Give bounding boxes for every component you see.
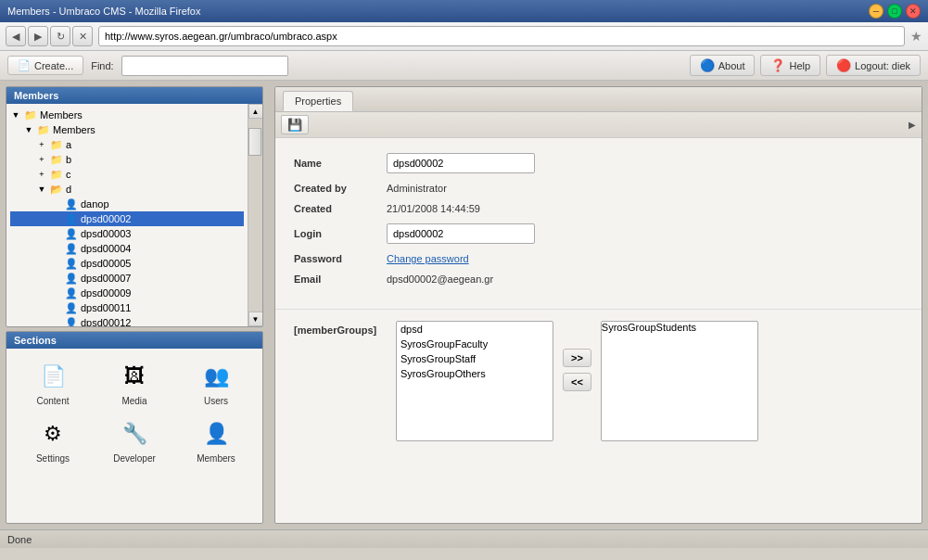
form-row-password: Password Change password	[294, 253, 903, 264]
status-bar: Done	[0, 529, 928, 548]
scroll-up-button[interactable]: ▲	[248, 104, 263, 119]
tree-container: ▼ 📁 Members ▼ 📁 Members + 📁 a	[6, 104, 262, 326]
groups-arrows: >> <<	[563, 321, 591, 391]
sections-box: Sections 📄 Content 🖼 Media 👥 Users ⚙ Set…	[6, 331, 263, 524]
tree-item[interactable]: 👤 dpsd00004	[10, 241, 244, 256]
tree-spacer	[51, 198, 62, 210]
tree-scroll[interactable]: ▼ 📁 Members ▼ 📁 Members + 📁 a	[6, 104, 248, 326]
forward-button[interactable]: ▶	[28, 26, 48, 46]
form-row-email: Email dpsd00002@aegean.gr	[294, 274, 903, 285]
member-icon: 👤	[64, 212, 79, 225]
list-item[interactable]: SyrosGroupStaff	[397, 351, 553, 366]
tree-toggle[interactable]: +	[36, 169, 47, 180]
logout-button[interactable]: 🔴 Logout: diek	[826, 55, 921, 76]
groups-list-right[interactable]: SyrosGroupStudents	[601, 321, 758, 441]
tree-item[interactable]: 👤 dpsd00011	[10, 300, 244, 315]
tree-item[interactable]: 👤 dpsd00003	[10, 226, 244, 241]
form-row-created-by: Created by Administrator	[294, 183, 903, 194]
users-icon: 👥	[199, 360, 233, 393]
member-icon: 👤	[64, 242, 79, 255]
back-button[interactable]: ◀	[6, 26, 26, 46]
create-button[interactable]: 📄 Create...	[7, 56, 83, 75]
tree-item-label: dpsd00005	[81, 258, 131, 269]
help-button[interactable]: ❓ Help	[760, 55, 820, 76]
window-controls: ─ □ ✕	[869, 4, 921, 19]
find-input[interactable]	[121, 56, 288, 76]
content-box: Properties 💾 ▶ Name Created by Ad	[274, 86, 922, 524]
list-item[interactable]: SyrosGroupStudents	[602, 322, 757, 334]
groups-list-left[interactable]: dpsd SyrosGroupFaculty SyrosGroupStaff S…	[396, 321, 553, 441]
maximize-button[interactable]: □	[887, 4, 902, 19]
section-media[interactable]: 🖼 Media	[95, 356, 173, 410]
tree-item[interactable]: + 📁 b	[10, 152, 244, 167]
member-icon: 👤	[64, 301, 79, 314]
browser-title: Members - Umbraco CMS - Mozilla Firefox	[7, 6, 200, 17]
tree-item[interactable]: 👤 danop	[10, 197, 244, 211]
list-item[interactable]: SyrosGroupOthers	[397, 366, 553, 381]
address-bar[interactable]	[98, 26, 905, 46]
tree-item[interactable]: ▼ 📁 Members	[10, 108, 244, 122]
tree-toggle[interactable]: ▼	[10, 109, 21, 121]
members-section-icon: 👤	[199, 417, 233, 451]
section-developer[interactable]: 🔧 Developer	[95, 414, 173, 467]
password-label: Password	[294, 253, 387, 264]
tree-item-selected[interactable]: 👤 dpsd00002	[10, 211, 244, 226]
tree-item[interactable]: 👤 dpsd00005	[10, 256, 244, 271]
tree-item[interactable]: + 📁 c	[10, 167, 244, 182]
tab-properties[interactable]: Properties	[283, 91, 353, 111]
browser-navbar: ◀ ▶ ↻ ✕ ★	[0, 22, 928, 51]
tree-toggle[interactable]: +	[36, 139, 47, 150]
main-area: Members ▼ 📁 Members ▼ 📁 Members	[0, 81, 928, 529]
tree-toggle[interactable]: +	[36, 154, 47, 165]
created-by-label: Created by	[294, 183, 387, 194]
tree-toggle[interactable]: ▼	[36, 184, 47, 195]
name-input[interactable]	[387, 153, 535, 173]
section-content[interactable]: 📄 Content	[14, 356, 92, 410]
tree-scrollbar[interactable]: ▲ ▼	[248, 104, 262, 326]
section-label: Users	[204, 396, 228, 406]
save-button[interactable]: 💾	[281, 115, 309, 134]
move-left-button[interactable]: <<	[563, 373, 591, 391]
main-toolbar: 📄 Create... Find: 🔵 About ❓ Help 🔴 Logou…	[0, 51, 928, 81]
status-text: Done	[7, 534, 32, 545]
list-item[interactable]: SyrosGroupFaculty	[397, 337, 553, 351]
refresh-button[interactable]: ↻	[50, 26, 70, 46]
section-settings[interactable]: ⚙ Settings	[14, 414, 92, 467]
scroll-right-arrow[interactable]: ▶	[909, 120, 916, 130]
bookmark-icon[interactable]: ★	[910, 29, 922, 44]
tree-item[interactable]: 👤 dpsd00007	[10, 271, 244, 286]
section-users[interactable]: 👥 Users	[177, 356, 255, 410]
tree-item-label: a	[66, 139, 71, 150]
developer-icon: 🔧	[118, 417, 151, 451]
section-members[interactable]: 👤 Members	[177, 414, 255, 467]
change-password-link[interactable]: Change password	[387, 253, 469, 264]
right-panel: Properties 💾 ▶ Name Created by Ad	[269, 81, 928, 529]
content-icon: 📄	[36, 360, 70, 393]
scrollbar-thumb[interactable]	[248, 128, 261, 156]
tree-item[interactable]: ▼ 📁 Members	[10, 122, 244, 137]
name-label: Name	[294, 158, 387, 169]
tree-item[interactable]: 👤 dpsd00009	[10, 286, 244, 300]
about-button[interactable]: 🔵 About	[690, 55, 756, 76]
browser-titlebar: Members - Umbraco CMS - Mozilla Firefox …	[0, 0, 928, 22]
b-folder-icon: 📁	[49, 153, 64, 166]
tree-item-label: d	[66, 184, 71, 195]
list-item[interactable]: dpsd	[397, 322, 553, 337]
close-button[interactable]: ✕	[906, 4, 921, 19]
stop-button[interactable]: ✕	[72, 26, 93, 46]
nav-buttons: ◀ ▶ ↻ ✕	[6, 26, 93, 46]
tree-item[interactable]: 👤 dpsd00012	[10, 315, 244, 326]
tree-item-label: dpsd00003	[81, 228, 131, 239]
minimize-button[interactable]: ─	[869, 4, 884, 19]
c-folder-icon: 📁	[49, 168, 64, 181]
tree-spacer	[51, 273, 62, 284]
tree-toggle[interactable]: ▼	[23, 124, 34, 135]
login-input[interactable]	[387, 223, 535, 244]
tree-item[interactable]: + 📁 a	[10, 137, 244, 152]
a-folder-icon: 📁	[49, 138, 64, 151]
move-right-button[interactable]: >>	[563, 349, 591, 367]
members-tree-box: Members ▼ 📁 Members ▼ 📁 Members	[6, 86, 263, 327]
tree-spacer	[51, 287, 62, 299]
scroll-down-button[interactable]: ▼	[248, 312, 263, 326]
tree-item[interactable]: ▼ 📂 d	[10, 182, 244, 197]
